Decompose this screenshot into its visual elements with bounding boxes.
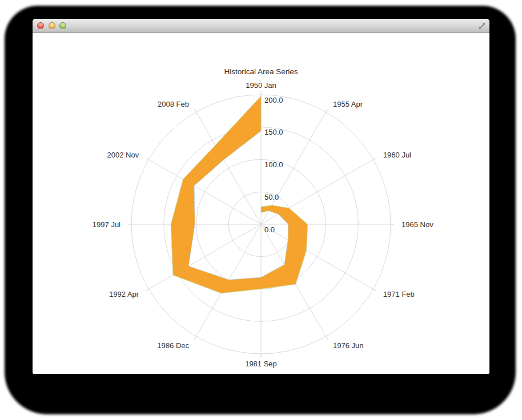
- category-label: 1960 Jul: [383, 151, 411, 159]
- close-button[interactable]: [37, 22, 44, 29]
- category-label: 2008 Feb: [158, 100, 189, 108]
- radial-tick-label: 150.0: [264, 128, 283, 136]
- category-tick: [374, 158, 376, 160]
- radial-tick-label: 50.0: [264, 193, 279, 201]
- app-window: 0.050.0100.0150.0200.01950 Jan1955 Apr19…: [33, 19, 489, 374]
- window-titlebar[interactable]: [33, 19, 489, 33]
- radial-tick-label: 0.0: [264, 225, 275, 234]
- category-label: 1976 Jun: [333, 341, 364, 350]
- area-series-band: [171, 96, 308, 293]
- desktop-stage: 0.050.0100.0150.0200.01950 Jan1955 Apr19…: [0, 0, 522, 420]
- category-tick: [195, 109, 196, 112]
- window-controls: [37, 22, 66, 29]
- category-tick: [195, 337, 196, 340]
- category-label: 2002 Nov: [107, 151, 139, 159]
- category-label: 1965 Nov: [401, 220, 433, 229]
- category-label: 1986 Dec: [157, 341, 189, 350]
- category-tick: [146, 289, 148, 291]
- grid-spoke: [261, 160, 374, 225]
- radial-tick-label: 200.0: [264, 96, 283, 104]
- resize-icon[interactable]: [478, 22, 486, 30]
- zoom-button[interactable]: [59, 22, 66, 29]
- category-tick: [146, 158, 148, 160]
- chart-title: Historical Area Series: [224, 67, 298, 76]
- category-tick: [326, 337, 328, 340]
- category-label: 1981 Sep: [245, 360, 277, 368]
- category-label: 1997 Jul: [93, 220, 121, 229]
- polar-chart: 0.050.0100.0150.0200.01950 Jan1955 Apr19…: [33, 33, 489, 374]
- radial-tick-label: 100.0: [264, 160, 283, 169]
- axis-labels-layer: 0.050.0100.0150.0200.01950 Jan1955 Apr19…: [93, 81, 433, 368]
- category-label: 1971 Feb: [383, 290, 415, 298]
- category-tick: [374, 289, 376, 291]
- minimize-button[interactable]: [49, 22, 55, 29]
- chart-panel: 0.050.0100.0150.0200.01950 Jan1955 Apr19…: [33, 33, 489, 374]
- series-layer: [171, 96, 308, 293]
- category-tick: [326, 109, 328, 112]
- category-label: 1950 Jan: [246, 81, 276, 90]
- category-label: 1955 Apr: [333, 100, 363, 108]
- category-label: 1992 Apr: [109, 290, 139, 298]
